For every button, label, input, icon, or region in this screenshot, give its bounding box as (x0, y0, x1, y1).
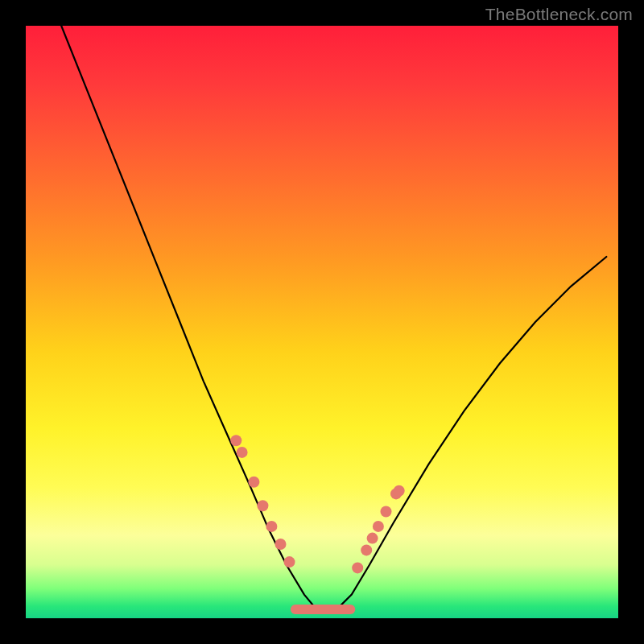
annotated-point (275, 539, 287, 550)
annotated-point (381, 506, 392, 518)
annotated-points (230, 435, 404, 573)
annotated-point (266, 521, 277, 532)
annotated-point (394, 485, 405, 497)
annotated-point (237, 447, 248, 458)
annotated-point (373, 521, 384, 532)
annotated-point (248, 477, 259, 488)
annotated-point (352, 562, 363, 573)
watermark-text: TheBottleneck.com (485, 5, 633, 24)
plot-area (26, 26, 618, 618)
annotated-point (284, 556, 295, 568)
annotated-point (367, 533, 378, 544)
annotated-point (361, 544, 372, 555)
chart-frame: TheBottleneck.com (0, 0, 644, 644)
curve-svg (26, 26, 618, 618)
bottleneck-curve (61, 26, 606, 613)
annotated-point (257, 500, 268, 511)
annotated-point (230, 435, 242, 446)
